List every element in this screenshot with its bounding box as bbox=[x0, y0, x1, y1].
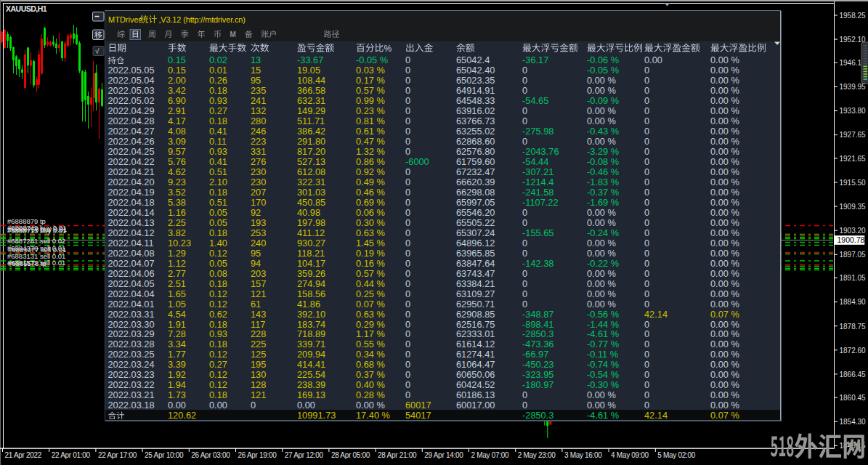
svg-text:-6000: -6000 bbox=[405, 156, 429, 167]
svg-text:22 Apr 17:00: 22 Apr 17:00 bbox=[98, 451, 137, 459]
svg-text:65042.40: 65042.40 bbox=[456, 65, 495, 76]
svg-text:19.05: 19.05 bbox=[297, 65, 320, 76]
svg-text:230: 230 bbox=[251, 177, 266, 187]
svg-text:61274.41: 61274.41 bbox=[456, 349, 495, 360]
svg-text:4.62: 4.62 bbox=[168, 166, 186, 177]
svg-text:95: 95 bbox=[251, 248, 261, 259]
svg-text:40.98: 40.98 bbox=[297, 207, 320, 218]
svg-text:2022.03.30: 2022.03.30 bbox=[108, 319, 155, 330]
svg-text:3 May 16:00: 3 May 16:00 bbox=[564, 451, 602, 459]
svg-text:-323.95: -323.95 bbox=[522, 369, 553, 380]
svg-text:1915.50: 1915.50 bbox=[840, 179, 867, 187]
svg-text:2.10: 2.10 bbox=[209, 177, 227, 187]
svg-text:0.00 %: 0.00 % bbox=[710, 126, 739, 137]
svg-text:0.00 %: 0.00 % bbox=[710, 95, 739, 106]
svg-text:2022.04.04: 2022.04.04 bbox=[108, 288, 155, 299]
svg-text:62516.75: 62516.75 bbox=[456, 319, 495, 330]
svg-text:0.00 %: 0.00 % bbox=[587, 288, 616, 299]
svg-text:414.41: 414.41 bbox=[297, 359, 325, 370]
svg-text:0: 0 bbox=[644, 177, 649, 187]
svg-text:0: 0 bbox=[405, 248, 410, 259]
svg-text:2022.03.25: 2022.03.25 bbox=[108, 349, 155, 360]
svg-text:1909.35: 1909.35 bbox=[840, 203, 867, 211]
svg-text:2022.04.08: 2022.04.08 bbox=[108, 248, 155, 259]
svg-text:0.00 %: 0.00 % bbox=[710, 75, 739, 86]
svg-text:0.00 %: 0.00 % bbox=[587, 278, 616, 289]
svg-text:4.08: 4.08 bbox=[168, 126, 186, 137]
svg-text:2.91: 2.91 bbox=[168, 105, 186, 116]
svg-text:3.82: 3.82 bbox=[168, 227, 186, 238]
svg-text:2022.03.28: 2022.03.28 bbox=[108, 339, 155, 349]
svg-text:0.00 %: 0.00 % bbox=[710, 278, 739, 289]
svg-text:0.40 %: 0.40 % bbox=[356, 379, 385, 390]
svg-text:0.00 %: 0.00 % bbox=[587, 268, 616, 279]
svg-text:-348.87: -348.87 bbox=[522, 309, 553, 320]
svg-text:0: 0 bbox=[522, 116, 527, 126]
svg-text:718.89: 718.89 bbox=[297, 328, 325, 339]
svg-text:0.00 %: 0.00 % bbox=[587, 116, 616, 126]
svg-text:-1.69 %: -1.69 % bbox=[587, 197, 619, 208]
svg-text:0.47 %: 0.47 % bbox=[356, 136, 385, 147]
svg-text:-33.67: -33.67 bbox=[297, 54, 323, 65]
svg-text:0: 0 bbox=[644, 400, 649, 411]
svg-text:-0.74 %: -0.74 % bbox=[587, 359, 619, 370]
svg-text:-1.83 %: -1.83 % bbox=[587, 177, 619, 187]
svg-text:0.16 %: 0.16 % bbox=[356, 258, 385, 269]
svg-text:0.15: 0.15 bbox=[168, 65, 186, 76]
svg-text:0.19 %: 0.19 % bbox=[356, 248, 385, 259]
svg-text:42.14: 42.14 bbox=[644, 309, 668, 320]
svg-text:61614.12: 61614.12 bbox=[456, 339, 495, 349]
svg-text:0: 0 bbox=[644, 65, 649, 76]
svg-text:21 Apr 2022: 21 Apr 2022 bbox=[5, 451, 42, 459]
svg-text:5.38: 5.38 bbox=[168, 197, 186, 208]
svg-text:1.45 %: 1.45 % bbox=[356, 238, 385, 248]
svg-text:0: 0 bbox=[405, 268, 410, 279]
svg-text:3.42: 3.42 bbox=[168, 85, 186, 96]
svg-text:1.40: 1.40 bbox=[209, 238, 227, 248]
svg-text:2022.04.18: 2022.04.18 bbox=[108, 197, 155, 208]
svg-text:0.00 %: 0.00 % bbox=[710, 207, 739, 218]
svg-text:0: 0 bbox=[405, 75, 410, 86]
svg-text:9.23: 9.23 bbox=[168, 177, 186, 187]
svg-text:511.71: 511.71 bbox=[297, 116, 325, 126]
svg-text:#6888713 buy 0.01: #6888713 buy 0.01 bbox=[7, 227, 66, 235]
svg-text:4.17: 4.17 bbox=[168, 116, 186, 126]
svg-text:0.93: 0.93 bbox=[209, 95, 227, 106]
svg-text:0.00 %: 0.00 % bbox=[710, 400, 739, 411]
svg-text:9.57: 9.57 bbox=[168, 146, 186, 157]
svg-text:65042.4: 65042.4 bbox=[456, 54, 490, 65]
svg-text:0.00 %: 0.00 % bbox=[587, 389, 616, 400]
svg-text:0.00 %: 0.00 % bbox=[710, 238, 739, 248]
svg-text:0.63 %: 0.63 % bbox=[356, 309, 385, 320]
svg-text:0.00 %: 0.00 % bbox=[710, 177, 739, 187]
svg-text:240: 240 bbox=[251, 238, 266, 248]
svg-text:2022.04.01: 2022.04.01 bbox=[108, 299, 155, 310]
svg-text:0: 0 bbox=[405, 95, 410, 106]
svg-text:0.05: 0.05 bbox=[209, 207, 227, 218]
svg-text:0.11: 0.11 bbox=[209, 136, 227, 147]
svg-text:1872.60: 1872.60 bbox=[840, 347, 867, 355]
svg-text:0.41: 0.41 bbox=[209, 126, 227, 137]
svg-text:118.21: 118.21 bbox=[297, 248, 325, 259]
svg-text:0.00: 0.00 bbox=[168, 400, 186, 411]
svg-text:0.00 %: 0.00 % bbox=[587, 75, 616, 86]
svg-text:0: 0 bbox=[405, 319, 410, 330]
svg-text:0: 0 bbox=[522, 278, 527, 289]
svg-text:1.16: 1.16 bbox=[168, 207, 186, 218]
svg-text:2022.04.28: 2022.04.28 bbox=[108, 116, 155, 126]
svg-text:0.81 %: 0.81 % bbox=[356, 116, 385, 126]
svg-text:0: 0 bbox=[405, 85, 410, 96]
svg-text:0.00 %: 0.00 % bbox=[710, 258, 739, 269]
svg-text:1921.65: 1921.65 bbox=[840, 155, 867, 163]
svg-text:2022.05.02: 2022.05.02 bbox=[108, 95, 155, 106]
svg-text:0: 0 bbox=[405, 54, 410, 65]
svg-text:527.13: 527.13 bbox=[297, 156, 325, 167]
svg-text:280: 280 bbox=[251, 116, 266, 126]
svg-text:0: 0 bbox=[644, 136, 649, 147]
svg-text:27 Apr 12:00: 27 Apr 12:00 bbox=[285, 451, 324, 459]
svg-text:0: 0 bbox=[405, 166, 410, 177]
svg-text:-0.46 %: -0.46 % bbox=[587, 166, 619, 177]
svg-text:17.40 %: 17.40 % bbox=[356, 410, 390, 421]
svg-text:0: 0 bbox=[405, 217, 410, 228]
svg-text:0: 0 bbox=[644, 105, 649, 116]
